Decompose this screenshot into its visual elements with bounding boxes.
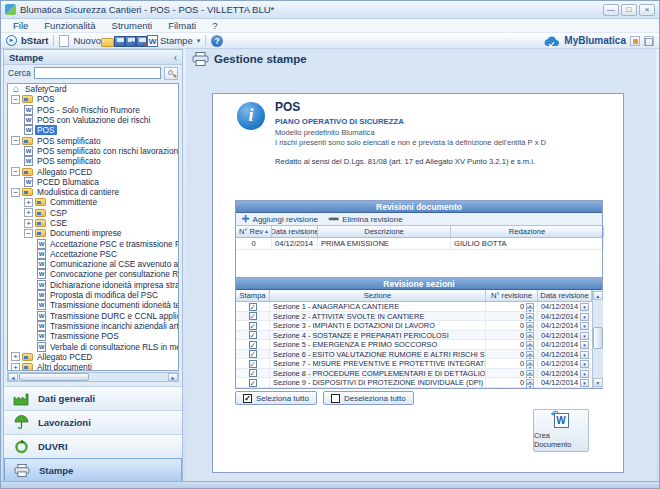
tree-item-folder[interactable]: −Allegato PCED xyxy=(8,166,178,176)
deselect-all-button[interactable]: Deseleziona tutto xyxy=(323,391,414,405)
date-dropdown-icon[interactable]: ▾ xyxy=(580,370,589,378)
tree-item-doc[interactable]: WTrasmissione documenti idoneità tecnico… xyxy=(8,300,178,310)
stampe-dropdown[interactable]: Stampe ▾ xyxy=(160,35,200,46)
tree-item-doc[interactable]: WConvocazione per consultazione RLS xyxy=(8,269,178,279)
column-header[interactable]: N° revisione xyxy=(486,290,538,301)
spinner-control[interactable]: ▴▾ xyxy=(526,322,534,330)
print-checkbox[interactable]: ✓ xyxy=(249,360,257,368)
tree-item-folder[interactable]: +Altri documenti xyxy=(8,362,178,371)
column-header[interactable]: Redazione xyxy=(451,226,604,237)
tree-item-doc[interactable]: WPCED Blumatica xyxy=(8,177,178,187)
tree-item-doc[interactable]: WTrasmissione POS xyxy=(8,331,178,341)
tree-item-doc[interactable]: WPOS - Solo Rischio Rumore xyxy=(8,105,178,115)
tree-item-folder[interactable]: +Committente xyxy=(8,197,178,207)
section-row[interactable]: ✓Sezione 3 - IMPIANTI E DOTAZIONI DI LAV… xyxy=(236,321,592,331)
tree-item-doc[interactable]: WPOS semplificato con rischi lavorazione… xyxy=(8,146,178,156)
tree-item-folder[interactable]: +CSP xyxy=(8,208,178,218)
scrollbar-thumb[interactable] xyxy=(19,373,89,381)
menu-item-?[interactable]: ? xyxy=(204,20,225,31)
spinner-control[interactable]: ▴▾ xyxy=(526,313,534,321)
save-icon[interactable] xyxy=(114,36,125,47)
add-revision-button[interactable]: ✛ Aggiungi revisione xyxy=(242,214,318,224)
column-header[interactable]: Descrizione xyxy=(318,226,451,237)
print-checkbox[interactable]: ✓ xyxy=(249,312,257,320)
collapse-node-icon[interactable]: − xyxy=(11,167,20,176)
tree-item-doc[interactable]: WVerbale di consultazione RLS in merito … xyxy=(8,341,178,351)
spinner-control[interactable]: ▴▾ xyxy=(526,341,534,349)
spinner-control[interactable]: ▴▾ xyxy=(526,370,534,378)
spin-down-icon[interactable]: ▾ xyxy=(526,384,534,388)
spinner-control[interactable]: ▴▾ xyxy=(526,303,534,311)
tree-item-doc[interactable]: WPOS semplificato xyxy=(8,156,178,166)
delete-revision-button[interactable]: ➖ Elimina revisione xyxy=(328,214,403,224)
expand-node-icon[interactable]: + xyxy=(11,352,20,361)
sidebar-item-duvri[interactable]: DUVRI xyxy=(4,434,182,458)
brand-mini-icon[interactable] xyxy=(630,36,640,46)
date-dropdown-icon[interactable]: ▾ xyxy=(580,360,589,368)
menu-item-strumenti[interactable]: Strumenti xyxy=(104,20,161,31)
tree-item-folder[interactable]: −POS semplificato xyxy=(8,135,178,145)
select-all-button[interactable]: ✓ Seleziona tutto xyxy=(235,391,317,405)
collapse-node-icon[interactable]: − xyxy=(11,136,20,145)
date-dropdown-icon[interactable]: ▾ xyxy=(580,332,589,340)
print-checkbox[interactable]: ✓ xyxy=(249,350,257,358)
tree-item-doc[interactable]: WPOS con Valutazione dei rischi xyxy=(8,115,178,125)
expand-node-icon[interactable]: + xyxy=(24,219,33,228)
close-button[interactable]: × xyxy=(639,4,655,16)
tree-item-home[interactable]: ⌂SafetyCard xyxy=(8,84,178,94)
print-checkbox[interactable]: ✓ xyxy=(249,369,257,377)
sidebar-item-dati-generali[interactable]: Dati generali xyxy=(4,386,182,410)
collapse-node-icon[interactable]: − xyxy=(24,229,33,238)
bstart-button[interactable]: ▸ bStart xyxy=(6,35,48,46)
brand-mini-icon[interactable] xyxy=(644,36,654,46)
collapse-node-icon[interactable]: − xyxy=(11,95,20,104)
column-header[interactable]: Sezione xyxy=(270,290,486,301)
spinner-control[interactable]: ▴▾ xyxy=(526,332,534,340)
expand-node-icon[interactable]: + xyxy=(11,363,20,371)
save-edit-icon[interactable] xyxy=(125,36,136,47)
tree-item-doc[interactable]: WTrasmissione incarichi aziendali art. 9… xyxy=(8,321,178,331)
column-header[interactable]: Data revisione xyxy=(538,290,592,301)
spinner-control[interactable]: ▴▾ xyxy=(526,379,534,387)
menu-item-filmati[interactable]: Filmati xyxy=(160,20,204,31)
expand-node-icon[interactable]: + xyxy=(24,198,33,207)
tree-item-folder[interactable]: +CSE xyxy=(8,218,178,228)
tree-item-folder[interactable]: −Modulistica di cantiere xyxy=(8,187,178,197)
column-header[interactable]: Stampa xyxy=(236,290,270,301)
word-icon[interactable]: W xyxy=(147,35,158,47)
table-row[interactable]: 004/12/2014PRIMA EMISSIONEGIULIO BOTTA xyxy=(236,238,602,250)
date-dropdown-icon[interactable]: ▾ xyxy=(580,313,589,321)
print-checkbox[interactable]: ✓ xyxy=(249,341,257,349)
date-dropdown-icon[interactable]: ▾ xyxy=(580,351,589,359)
sidebar-item-stampe[interactable]: Stampe xyxy=(4,458,182,482)
myblumatica-link[interactable]: MyBlumatica xyxy=(543,35,654,47)
tree-horizontal-scrollbar[interactable]: ◂ ▸ xyxy=(7,372,179,382)
tree-item-folder[interactable]: −POS xyxy=(8,94,178,104)
date-dropdown-icon[interactable]: ▾ xyxy=(580,341,589,349)
maximize-button[interactable]: □ xyxy=(621,4,637,16)
new-button[interactable]: Nuovo xyxy=(59,35,100,47)
section-row[interactable]: ✓Sezione 4 - SOSTANZE E PREPARATI PERICO… xyxy=(236,331,592,341)
print-checkbox[interactable]: ✓ xyxy=(249,379,257,387)
search-button[interactable] xyxy=(164,67,178,80)
save-export-icon[interactable] xyxy=(136,36,147,47)
print-checkbox[interactable]: ✓ xyxy=(249,331,257,339)
spinner-control[interactable]: ▴▾ xyxy=(526,351,534,359)
scroll-down-icon[interactable]: ▾ xyxy=(593,378,603,387)
tree-item-doc[interactable]: WTrasmissione DURC e CCNL applicato xyxy=(8,311,178,321)
section-row[interactable]: ✓Sezione 2 - ATTIVITA' SVOLTE IN CANTIER… xyxy=(236,312,592,322)
section-row[interactable]: ✓Sezione 8 - PROCEDURE COMPLEMENTARI E D… xyxy=(236,369,592,379)
expand-node-icon[interactable]: + xyxy=(24,208,33,217)
date-dropdown-icon[interactable]: ▾ xyxy=(580,379,589,387)
column-header[interactable]: N° Rev▴ xyxy=(236,226,272,237)
section-row[interactable]: ✓Sezione 5 - EMERGENZA E PRIMO SOCCORSO0… xyxy=(236,340,592,350)
print-checkbox[interactable]: ✓ xyxy=(249,303,257,311)
tree-item-doc-selected[interactable]: WPOS xyxy=(8,125,178,135)
sidebar-item-lavorazioni[interactable]: Lavorazioni xyxy=(4,410,182,434)
tree-item-doc[interactable]: WComunicazione al CSE avvenuto adeguame xyxy=(8,259,178,269)
tree-item-doc[interactable]: WAccettazione PSC xyxy=(8,249,178,259)
tree-item-folder[interactable]: −Documenti imprese xyxy=(8,228,178,238)
scrollbar-thumb[interactable] xyxy=(593,327,603,349)
column-header[interactable]: Data revisione xyxy=(272,226,318,237)
search-input[interactable] xyxy=(34,67,161,79)
